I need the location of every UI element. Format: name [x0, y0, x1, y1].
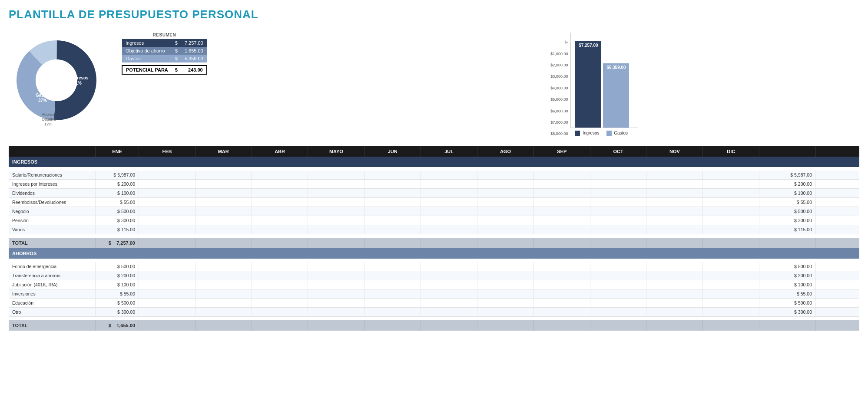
bar-chart-wrapper: $8,000.00 $7,000.00 $6,000.00 $5,000.00 …	[550, 33, 859, 136]
label-salario: Salario/Remuneraciones	[9, 171, 96, 179]
sym-dividendos: $ 100.00	[96, 189, 139, 197]
section-header-ingresos: INGRESOS	[9, 157, 859, 167]
summary-gastos-label: Gastos	[122, 55, 172, 62]
total-label-ahorros: TOTAL	[9, 320, 96, 331]
label-dividendos: Dividendos	[9, 189, 96, 197]
bars-area: $7,257.00 $5,359.00 Ingresos	[570, 33, 638, 136]
header-jan: ENE	[96, 146, 139, 157]
total-jubilacion: $ 100.00	[759, 280, 816, 289]
label-negocio: Negocio	[9, 207, 96, 216]
spacer-ahorros-bottom	[9, 317, 859, 320]
bar-ingresos: $7,257.00	[575, 41, 601, 128]
total-row-ahorros: TOTAL $ 1,655.00	[9, 320, 859, 331]
sym-negocio: $ 500.00	[96, 207, 139, 216]
total-reembolsos: $ 55.00	[759, 198, 816, 207]
sym-educacion: $ 500.00	[96, 299, 139, 307]
row-reembolsos: Reembolsos/Devoluciones $ 55.00 $ 55.00	[9, 198, 859, 207]
header-sep: SEP	[534, 146, 590, 157]
label-educacion: Educación	[9, 299, 96, 307]
row-fondo-emergencia: Fondo de emergencia $ 500.00 $ 500.00	[9, 262, 859, 271]
summary-row-ahorro: Objetivo de ahorro $ 1,655.00	[122, 47, 207, 55]
sym-fondo: $ 500.00	[96, 262, 139, 271]
label-varios: Varios	[9, 225, 96, 234]
month-header-row: ENE FEB MAR ABR MAYO JUN JUL AGO SEP OCT…	[9, 146, 859, 157]
y-label-6000: $6,000.00	[550, 109, 568, 113]
bar-chart-area: $8,000.00 $7,000.00 $6,000.00 $5,000.00 …	[550, 33, 859, 136]
total-row-ingresos: TOTAL $ 7,257.00	[9, 238, 859, 248]
summary-ahorro-val: 1,655.00	[181, 47, 207, 55]
sym-otro: $ 300.00	[96, 308, 139, 316]
summary-potencial-label: POTENCIAL PARA	[122, 66, 172, 74]
svg-text:Objetivo: Objetivo	[42, 117, 56, 121]
summary-potencial-sym: $	[172, 66, 181, 74]
y-label-8000: $8,000.00	[550, 132, 568, 136]
total-negocio: $ 500.00	[759, 207, 816, 216]
y-label-1000: $1,000.00	[550, 52, 568, 56]
summary-heading: RESUMEN	[122, 33, 207, 37]
header-jun: JUN	[364, 146, 421, 157]
bar-legend: Ingresos Gastos	[570, 131, 638, 136]
summary-ahorro-sym: $	[172, 47, 181, 55]
header-mayo: MAYO	[308, 146, 364, 157]
bar-gastos: $5,359.00	[603, 63, 629, 128]
sym-transferencia: $ 200.00	[96, 271, 139, 280]
svg-text:Ahorros: Ahorros	[42, 112, 56, 117]
bar-ingresos-label: $7,257.00	[579, 43, 598, 48]
summary-gastos-sym: $	[172, 55, 181, 62]
section-ahorros-title: AHORROS	[9, 248, 96, 259]
svg-text:Ingresos: Ingresos	[70, 76, 89, 80]
row-negocio: Negocio $ 500.00 $ 500.00	[9, 207, 859, 216]
summary-ingresos-sym: $	[172, 39, 181, 47]
row-otro: Otro $ 300.00 $ 300.00	[9, 308, 859, 317]
sym-inversiones: $ 55.00	[96, 289, 139, 298]
svg-text:51%: 51%	[73, 81, 82, 85]
header-ago: AGO	[477, 146, 534, 157]
section-ingresos-title: INGRESOS	[9, 157, 96, 167]
y-label-4000: $4,000.00	[550, 86, 568, 90]
bar-gastos-label: $5,359.00	[606, 65, 626, 70]
legend-gastos-box	[606, 131, 612, 136]
total-pension: $ 300.00	[759, 216, 816, 225]
page: PLANTILLA DE PRESUPUESTO PERSONAL Ingres…	[0, 0, 868, 338]
total-inversiones: $ 55.00	[759, 289, 816, 298]
summary-potencial-val: 243.00	[181, 66, 207, 74]
summary-ingresos-val: 7,257.00	[181, 39, 207, 47]
sym-reembolsos: $ 55.00	[96, 198, 139, 207]
label-reembolsos: Reembolsos/Devoluciones	[9, 198, 96, 207]
row-intereses: Ingresos por intereses $ 200.00 $ 200.00	[9, 180, 859, 189]
total-otro: $ 300.00	[759, 308, 816, 316]
total-val-ingresos: $ 7,257.00	[96, 238, 139, 248]
row-inversiones: Inversiones $ 55.00 $ 55.00	[9, 289, 859, 299]
total-fondo: $ 500.00	[759, 262, 816, 271]
legend-gastos: Gastos	[606, 131, 628, 136]
row-transferencia: Transferencia a ahorros $ 200.00 $ 200.0…	[9, 271, 859, 280]
y-label-0: $-	[550, 40, 568, 44]
summary-gastos-val: 5,359.00	[181, 55, 207, 62]
header-mar: MAR	[195, 146, 252, 157]
legend-ingresos-box	[575, 131, 580, 136]
total-salario: $ 5,987.00	[759, 171, 816, 179]
header-nov: NOV	[646, 146, 703, 157]
header-label-col	[9, 146, 96, 157]
header-abr: ABR	[252, 146, 308, 157]
summary-ingresos-label: Ingresos	[122, 39, 172, 47]
summary-row-ingresos: Ingresos $ 7,257.00	[122, 39, 207, 47]
summary-table: Ingresos $ 7,257.00 Objetivo de ahorro $…	[122, 39, 207, 75]
row-pension: Pensión $ 300.00 $ 300.00	[9, 216, 859, 225]
y-label-7000: $7,000.00	[550, 121, 568, 125]
donut-chart: Ingresos 51% Gastos 37% Ahorros Objetivo…	[9, 33, 104, 128]
bars-inner: $7,257.00 $5,359.00	[570, 33, 638, 128]
y-axis: $8,000.00 $7,000.00 $6,000.00 $5,000.00 …	[550, 40, 570, 136]
spacer-ingresos-bottom	[9, 234, 859, 238]
summary-row-potencial: POTENCIAL PARA $ 243.00	[122, 66, 207, 74]
row-jubilacion: Jubilación (401K, IRA) $ 100.00 $ 100.00	[9, 280, 859, 289]
y-label-5000: $5,000.00	[550, 98, 568, 102]
summary-ahorro-label: Objetivo de ahorro	[122, 47, 172, 55]
spacer-ahorros-top	[9, 259, 859, 262]
label-intereses: Ingresos por intereses	[9, 180, 96, 188]
total-educacion: $ 500.00	[759, 299, 816, 307]
total-val-ahorros: $ 1,655.00	[96, 320, 139, 331]
y-label-2000: $2,000.00	[550, 63, 568, 67]
page-title: PLANTILLA DE PRESUPUESTO PERSONAL	[9, 8, 859, 21]
total-label-ingresos: TOTAL	[9, 238, 96, 248]
